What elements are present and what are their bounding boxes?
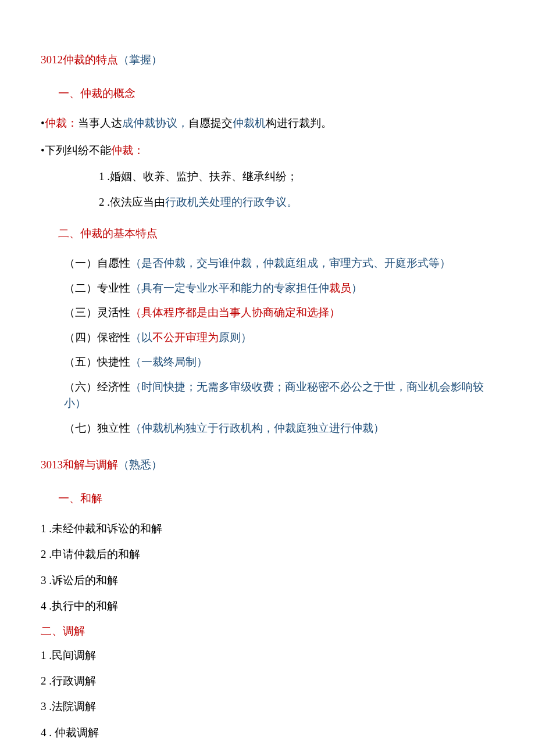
tiaojie-3: 3 .法院调解 [41,698,494,715]
heading-hejie: 一、和解 [58,491,494,506]
section-label-3013: 和解与调解 [63,458,118,471]
hejie-3: 3 .诉讼后的和解 [41,572,494,589]
tiaojie-1: 1 .民间调解 [41,647,494,664]
feature-6: （六）经济性（时间快捷；无需多审级收费；商业秘密不必公之于世，商业机会影响较小） [64,379,494,412]
exclusion-1: 1 .婚姻、收养、监护、扶养、继承纠纷； [99,169,494,184]
feature-5: （五）快捷性（一裁终局制） [64,354,494,371]
hejie-2: 2 .申请仲裁后的和解 [41,546,494,563]
section-note: （掌握） [118,53,162,66]
feature-7: （七）独立性（仲裁机构独立于行政机构，仲裁庭独立进行仲裁） [64,420,494,437]
bullet-exclusions: •下列纠纷不能仲裁： [41,142,494,159]
feature-1: （一）自愿性（是否仲裁，交与谁仲裁，仲裁庭组成，审理方式、开庭形式等） [64,255,494,272]
hejie-4: 4 .执行中的和解 [41,597,494,615]
feature-3: （三）灵活性（具体程序都是由当事人协商确定和选择） [64,304,494,321]
bullet-definition: •仲裁：当事人达成仲裁协议，自愿提交仲裁机构进行裁判。 [41,115,494,132]
feature-2: （二）专业性（具有一定专业水平和能力的专家担任仲裁员） [64,280,494,297]
section-3013-title: 3013和解与调解（熟悉） [41,457,494,472]
section-num: 3012 [41,53,63,66]
exclusion-2: 2 .依法应当由行政机关处理的行政争议。 [99,195,494,210]
section-num-3013: 3013 [41,458,63,471]
tiaojie-4: 4 . 仲裁调解 [41,724,494,741]
feature-4: （四）保密性（以不公开审理为原则） [64,329,494,346]
tiaojie-2: 2 .行政调解 [41,672,494,690]
heading-features: 二、仲裁的基本特点 [58,226,494,241]
heading-concept: 一、仲裁的概念 [58,86,494,101]
hejie-1: 1 .未经仲裁和诉讼的和解 [41,520,494,538]
section-label: 仲裁的特点 [63,53,118,66]
section-note-3013: （熟悉） [118,458,162,471]
heading-tiaojie: 二、调解 [41,624,494,639]
section-3012-title: 3012仲裁的特点（掌握） [41,52,494,67]
